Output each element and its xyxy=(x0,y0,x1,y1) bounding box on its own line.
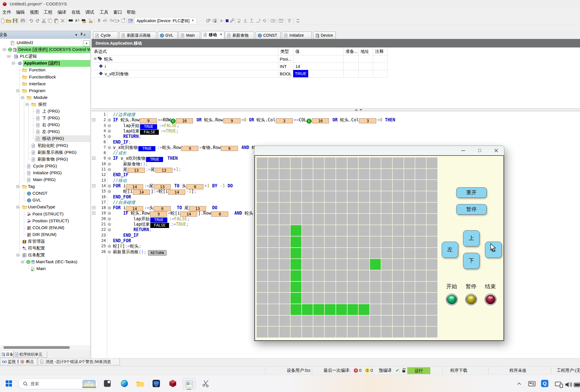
tree-item[interactable]: 初始化蛇 (PRG) xyxy=(0,142,90,149)
tree-item[interactable]: Tag xyxy=(0,183,90,190)
panel-tab-pou[interactable]: 程序组织单元 xyxy=(14,351,47,358)
step-out-icon[interactable] xyxy=(249,18,254,23)
tree-item[interactable]: FunctionBlock xyxy=(0,74,90,81)
menu-item-10[interactable]: 帮助 xyxy=(127,9,135,15)
tree-item[interactable]: 符号配置 xyxy=(0,245,90,252)
splitter-down-icon[interactable] xyxy=(359,109,362,111)
tree-expander-icon[interactable] xyxy=(21,96,24,99)
run-to-cursor-icon[interactable] xyxy=(256,18,261,23)
tree-expander-icon[interactable] xyxy=(3,48,5,51)
viz-minimize-icon[interactable] xyxy=(461,150,465,151)
viz-maximize-icon[interactable] xyxy=(478,149,481,152)
editor-tab-Cycle[interactable]: Cycle xyxy=(93,32,118,39)
tree-item[interactable]: 下 (PRG) xyxy=(0,115,90,122)
tree-expander-icon[interactable] xyxy=(12,62,15,65)
save-icon[interactable] xyxy=(13,18,18,23)
watch-expression[interactable]: i xyxy=(105,63,275,70)
tree-expander-icon[interactable] xyxy=(7,55,10,58)
editor-tab-Main[interactable]: Main xyxy=(178,32,200,39)
tree-item[interactable]: MainTask (IEC-Tasks) xyxy=(0,259,90,266)
viz-close-icon[interactable] xyxy=(494,149,498,152)
tree-item[interactable]: COLOR (ENUM) xyxy=(0,225,90,231)
watch-expander-icon[interactable] xyxy=(94,57,96,60)
replace-icon[interactable]: A xyxy=(75,18,80,23)
find-icon[interactable] xyxy=(68,18,73,23)
menu-item-5[interactable]: 编译 xyxy=(57,9,66,15)
tree-expander-icon[interactable] xyxy=(21,261,24,263)
watch-expression[interactable]: 蛇头 xyxy=(104,55,275,63)
tree-expander-icon[interactable] xyxy=(17,185,19,188)
taskbar-search-box[interactable]: 搜索 xyxy=(18,378,98,389)
code-line[interactable]: 1//边界碰撞 xyxy=(92,112,580,117)
tree-item[interactable]: 操控 xyxy=(0,101,90,108)
tree-item[interactable]: 库管理器 xyxy=(0,238,90,245)
menu-item-1[interactable]: 文件 xyxy=(2,9,11,15)
next-bookmark-icon[interactable] xyxy=(109,18,114,23)
panel-tab-devices[interactable]: 设备 xyxy=(0,351,14,358)
watch-column-header[interactable]: 地址 xyxy=(361,48,372,55)
tab-close-icon[interactable]: × xyxy=(220,32,222,36)
tree-item[interactable]: GVL xyxy=(0,197,90,204)
combo-dropdown-icon[interactable]: ▼ xyxy=(192,19,194,22)
taskbar-active-app[interactable] xyxy=(182,378,196,390)
horizontal-splitter[interactable] xyxy=(92,108,580,111)
runtime-app-icon[interactable] xyxy=(152,379,160,387)
viz-button-暂停[interactable]: 暂停 xyxy=(456,204,487,215)
menu-item-3[interactable]: 视图 xyxy=(30,9,39,15)
tree-item[interactable]: Initialize (PRG) xyxy=(0,170,90,177)
splitter-up-icon[interactable] xyxy=(355,109,358,111)
find-in-files-icon[interactable] xyxy=(81,18,86,23)
new-project-icon[interactable] xyxy=(0,18,5,23)
tree-item[interactable]: Cycle (PRG) xyxy=(0,163,90,170)
scrollbar-thumb[interactable] xyxy=(3,346,70,349)
watch-column-header[interactable]: 表达式 xyxy=(94,48,277,55)
tree-item[interactable]: Function xyxy=(0,67,90,74)
undo-icon[interactable] xyxy=(29,18,34,23)
tree-horizontal-scrollbar[interactable] xyxy=(0,345,90,350)
editor-tab-刷新显示画板[interactable]: 刷新显示画板 xyxy=(119,32,156,39)
panel-pin-icon[interactable] xyxy=(80,32,83,36)
tray-widgets-icon[interactable] xyxy=(528,380,536,388)
paste-icon[interactable] xyxy=(54,18,59,23)
tray-cast-icon[interactable] xyxy=(555,381,563,389)
code-line[interactable]: 2IF 蛇头.Row9>=ROWC16 OR 蛇头.Row9<0 OR 蛇头.C… xyxy=(92,117,580,123)
code-line[interactable]: 4lap结束FALSE:=TRUE; xyxy=(92,128,580,134)
edit-object-icon[interactable] xyxy=(128,18,133,23)
start-button-icon[interactable] xyxy=(5,379,13,387)
viz-light-red[interactable] xyxy=(484,293,497,306)
logout-icon[interactable] xyxy=(212,18,217,23)
start-app-icon[interactable] xyxy=(219,18,224,23)
tree-item[interactable]: UserDataType xyxy=(0,204,90,211)
login-icon[interactable] xyxy=(206,18,211,23)
add-object-icon[interactable] xyxy=(121,18,126,23)
panel-close-icon[interactable]: ✕ xyxy=(83,33,88,37)
tree-item[interactable]: 上 (PRG) xyxy=(0,108,90,115)
tray-q-app-icon[interactable]: Q xyxy=(541,379,549,387)
menu-item-2[interactable]: 编辑 xyxy=(16,9,25,15)
menu-item-8[interactable]: 工具 xyxy=(100,9,108,15)
viz-button-下[interactable]: 下 xyxy=(463,253,480,269)
watch-column-header[interactable]: 值 xyxy=(295,48,343,55)
viz-light-yellow[interactable] xyxy=(465,293,477,306)
stop-app-icon[interactable] xyxy=(225,18,230,23)
search-highlight-image[interactable] xyxy=(82,380,96,388)
viz-button-上[interactable]: 上 xyxy=(463,230,480,246)
editor-tab-移动[interactable]: 移动× xyxy=(201,31,224,39)
open-project-icon[interactable] xyxy=(6,18,11,23)
tree-item[interactable]: Point (STRUCT) xyxy=(0,211,90,218)
step-over-icon[interactable] xyxy=(236,18,242,23)
task-view-icon[interactable] xyxy=(103,379,111,387)
viz-title-bar[interactable] xyxy=(254,146,504,155)
editor-tab-CONST[interactable]: CONST xyxy=(256,32,281,39)
prev-bookmark-icon[interactable] xyxy=(103,18,108,23)
tree-item[interactable]: Untitled1▼ xyxy=(0,40,90,46)
replace-in-files-icon[interactable] xyxy=(88,18,93,23)
dock-tab-3[interactable]: 消息 -总计0个错误,0个警告,58条消息 xyxy=(38,358,120,365)
edge-browser-icon[interactable] xyxy=(120,379,128,387)
tree-item[interactable]: CONST xyxy=(0,190,90,197)
device-combo-dropdown[interactable]: ▼ xyxy=(83,40,90,46)
tree-expander-icon[interactable] xyxy=(26,103,28,106)
panel-dropdown-icon[interactable]: ▼ xyxy=(75,33,80,37)
tree-item[interactable]: Program xyxy=(0,88,90,94)
step-into-icon[interactable] xyxy=(243,18,248,23)
